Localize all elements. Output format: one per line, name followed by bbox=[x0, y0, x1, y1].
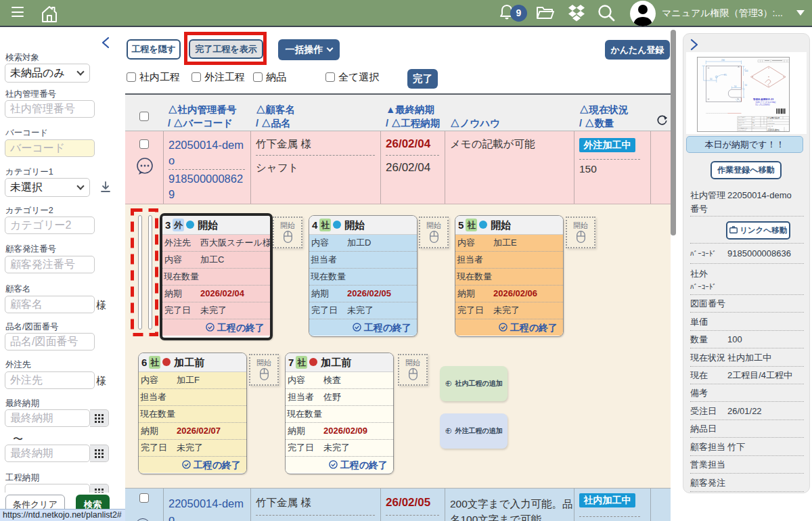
svg-text:A4: A4 bbox=[752, 127, 754, 129]
svg-text:50: 50 bbox=[734, 85, 737, 88]
svg-text:50: 50 bbox=[745, 84, 748, 87]
svg-text:8.2 +75-22/89/92: 8.2 +75-22/89/92 bbox=[756, 104, 771, 106]
svg-text:100: 100 bbox=[745, 70, 748, 72]
svg-text:200: 200 bbox=[721, 59, 725, 62]
svg-text:50: 50 bbox=[710, 78, 713, 81]
svg-text:管理品:貴照明01-23: 管理品:貴照明01-23 bbox=[752, 97, 773, 101]
svg-text:SS400 / t2.0: SS400 / t2.0 bbox=[738, 122, 744, 123]
svg-text:R5: R5 bbox=[724, 74, 727, 76]
svg-text:1:2 third angle: 1:2 third angle bbox=[767, 122, 775, 124]
svg-text:SCALE 1/2 SHEET 1 OF 1: SCALE 1/2 SHEET 1 OF 1 bbox=[767, 130, 780, 131]
